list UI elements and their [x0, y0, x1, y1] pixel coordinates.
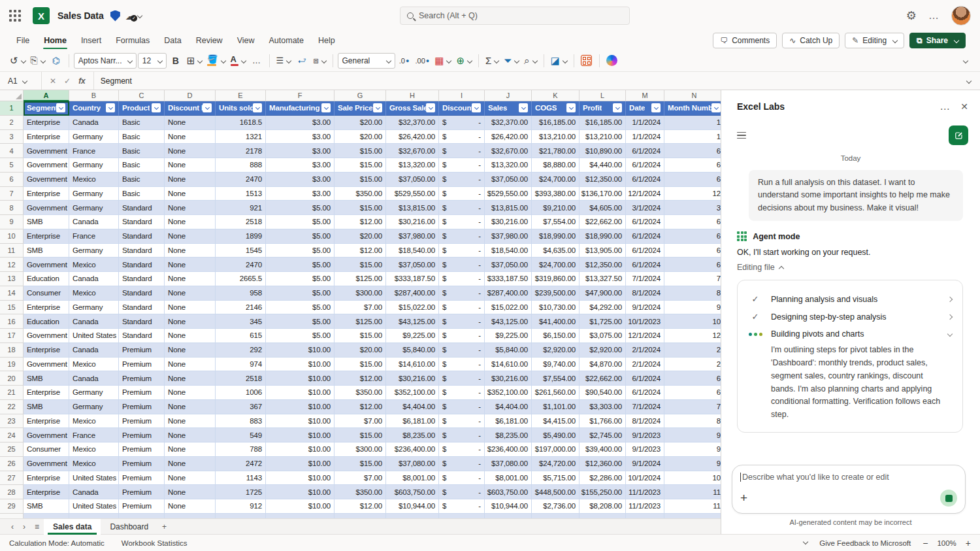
table-cell[interactable]: $14,610.00	[485, 358, 532, 372]
merge-cells-button[interactable]: ⧈	[311, 52, 327, 69]
table-cell[interactable]: $10.00	[266, 358, 335, 372]
table-cell[interactable]: 888	[216, 158, 266, 173]
table-cell[interactable]: $-	[439, 244, 485, 258]
font-color-button[interactable]: A	[229, 52, 248, 69]
table-cell[interactable]: Basic	[119, 173, 165, 187]
table-cell[interactable]: $37,050.00	[386, 173, 439, 187]
table-cell[interactable]: $350.00	[335, 386, 386, 400]
autosum-button[interactable]: Σ	[483, 52, 500, 69]
table-cell[interactable]: 7/1/2024	[626, 272, 664, 286]
table-header-cell[interactable]: Sales	[485, 101, 532, 116]
table-cell[interactable]	[386, 514, 439, 518]
table-cell[interactable]: 1899	[216, 229, 266, 244]
table-cell[interactable]: $-	[439, 229, 485, 244]
table-cell[interactable]: Enterprise	[24, 116, 69, 130]
table-cell[interactable]: 2472	[216, 457, 266, 471]
table-cell[interactable]: $8,880.00	[532, 158, 580, 173]
table-cell[interactable]: Enterprise	[24, 386, 69, 400]
borders-button[interactable]: ⊞	[185, 52, 204, 69]
table-cell[interactable]: Government	[24, 144, 69, 158]
table-header-cell[interactable]: Country	[69, 101, 119, 116]
table-cell[interactable]: United States	[69, 471, 119, 486]
table-cell[interactable]: None	[165, 358, 216, 372]
row-header-17[interactable]: 17	[0, 329, 24, 343]
row-header-18[interactable]: 18	[0, 343, 24, 358]
column-header-D[interactable]: D	[165, 90, 216, 101]
table-cell[interactable]: $9,740.00	[532, 358, 580, 372]
menu-tab-help[interactable]: Help	[311, 31, 342, 50]
table-cell[interactable]: $8,235.00	[485, 428, 532, 442]
table-cell[interactable]: Standard	[119, 229, 165, 244]
confirm-entry-icon[interactable]: ✓	[64, 76, 71, 86]
table-cell[interactable]: Premium	[119, 414, 165, 429]
column-header-F[interactable]: F	[266, 90, 335, 101]
table-cell[interactable]: $37,080.00	[386, 457, 439, 471]
table-cell[interactable]: 9	[664, 457, 721, 471]
table-cell[interactable]: 8/1/2024	[626, 286, 664, 301]
all-sheets-icon[interactable]: ≡	[30, 522, 44, 531]
menu-tab-file[interactable]: File	[9, 31, 37, 50]
table-cell[interactable]	[119, 514, 165, 518]
name-box[interactable]: A1	[0, 72, 42, 90]
table-cell[interactable]: $-	[439, 400, 485, 414]
table-cell[interactable]: $5.00	[266, 301, 335, 315]
title-chevron-down-icon[interactable]	[137, 13, 142, 18]
table-cell[interactable]: 9	[664, 442, 721, 457]
table-cell[interactable]: $125.00	[335, 272, 386, 286]
prev-sheet-icon[interactable]: ‹	[7, 522, 18, 531]
row-header-26[interactable]: 26	[0, 457, 24, 471]
table-cell[interactable]: None	[165, 272, 216, 286]
copilot-button[interactable]	[604, 52, 620, 69]
table-cell[interactable]: Government	[24, 258, 69, 272]
table-cell[interactable]: $10.00	[266, 428, 335, 442]
table-cell[interactable]: $10.00	[266, 343, 335, 358]
table-cell[interactable]: Premium	[119, 485, 165, 499]
paste-button[interactable]: ⎘	[29, 52, 47, 69]
table-cell[interactable]: 883	[216, 414, 266, 429]
table-cell[interactable]: $3,303.00	[580, 400, 626, 414]
filter-dropdown-button[interactable]	[152, 103, 161, 112]
table-cell[interactable]: 6	[664, 244, 721, 258]
table-cell[interactable]: $16,185.00	[532, 116, 580, 130]
sheet-tab-sales-data[interactable]: Sales data	[44, 519, 101, 535]
table-cell[interactable]: $287,400.00	[386, 286, 439, 301]
table-cell[interactable]: $18,990.00	[580, 229, 626, 244]
table-cell[interactable]: 6/1/2024	[626, 144, 664, 158]
table-cell[interactable]: 1/1/2024	[626, 116, 664, 130]
table-cell[interactable]: 2	[664, 358, 721, 372]
search-input[interactable]: Search (Alt + Q)	[400, 7, 630, 25]
table-cell[interactable]: Basic	[119, 144, 165, 158]
table-cell[interactable]: None	[165, 457, 216, 471]
table-cell[interactable]: $2,736.00	[532, 499, 580, 514]
table-cell[interactable]: SMB	[24, 371, 69, 386]
table-cell[interactable]: $26,420.00	[386, 130, 439, 144]
table-cell[interactable]: $13,815.00	[386, 201, 439, 215]
table-cell[interactable]: $10,944.00	[485, 499, 532, 514]
table-cell[interactable]: Government	[24, 158, 69, 173]
insert-cells-button[interactable]: ⊕	[454, 52, 474, 69]
table-cell[interactable]: France	[69, 144, 119, 158]
column-header-K[interactable]: K	[532, 90, 580, 101]
table-cell[interactable]: None	[165, 116, 216, 130]
more-font-options-button[interactable]: …	[249, 52, 265, 69]
table-cell[interactable]: $22,662.00	[580, 371, 626, 386]
table-cell[interactable]: 1618.5	[216, 116, 266, 130]
table-header-cell[interactable]: Units sold	[216, 101, 266, 116]
table-cell[interactable]: 2178	[216, 144, 266, 158]
table-cell[interactable]: $8,001.00	[386, 471, 439, 486]
table-cell[interactable]: 6	[664, 215, 721, 229]
table-cell[interactable]: $2,920.00	[532, 343, 580, 358]
table-cell[interactable]: Germany	[69, 187, 119, 201]
table-cell[interactable]: None	[165, 144, 216, 158]
sort-filter-button[interactable]: ⏷	[502, 52, 521, 69]
panel-more-icon[interactable]: …	[939, 101, 950, 112]
table-cell[interactable]: $-	[439, 414, 485, 429]
row-header-1[interactable]: 1	[0, 101, 24, 116]
table-cell[interactable]: None	[165, 329, 216, 343]
table-cell[interactable]: Canada	[69, 485, 119, 499]
table-cell[interactable]: $-	[439, 158, 485, 173]
table-cell[interactable]: 11/1/2023	[626, 499, 664, 514]
menu-tab-formulas[interactable]: Formulas	[108, 31, 157, 50]
table-cell[interactable]: France	[69, 428, 119, 442]
decrease-decimal-button[interactable]: .0●	[397, 52, 412, 69]
